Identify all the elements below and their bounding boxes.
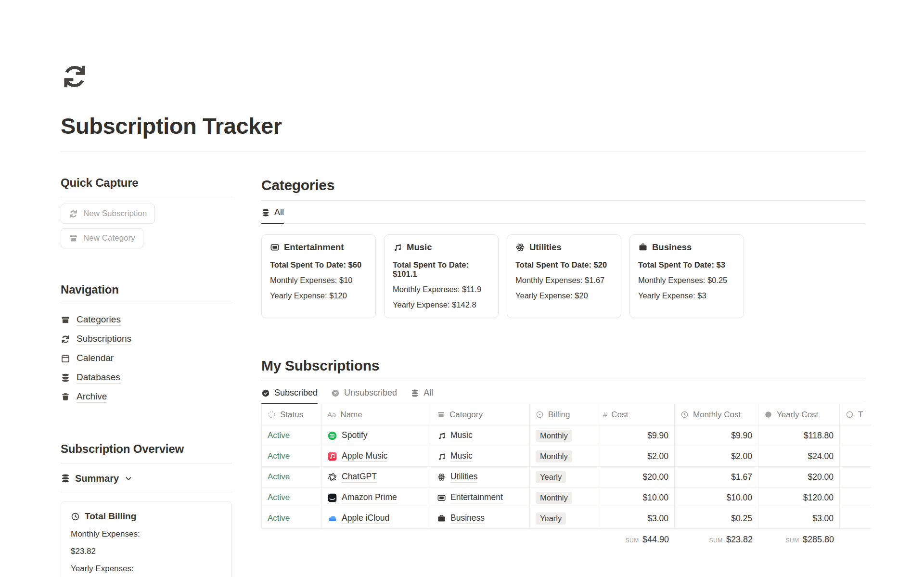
column-label: Billing [548,410,570,420]
category-card-business[interactable]: Business Total Spent To Date: $3 Monthly… [629,234,744,318]
category-card-entertainment[interactable]: Entertainment Total Spent To Date: $60 M… [261,234,376,318]
cost-cell[interactable]: $3.00 [597,508,675,529]
column-label: Monthly Cost [693,410,741,420]
section-divider [61,463,232,463]
column-header-category[interactable]: Category [431,404,530,425]
refresh-icon[interactable] [61,63,89,90]
subscription-page-link[interactable]: Amazon Prime [342,492,397,503]
yearly-expense-stat: Yearly Expense: $3 [638,291,735,300]
subscription-page-link[interactable]: ChatGPT [342,472,377,483]
column-header-truncated[interactable]: T [840,404,872,425]
status-cell[interactable]: Active [261,467,321,487]
cost-cell[interactable]: $10.00 [597,487,675,508]
category-relation-link[interactable]: Business [450,513,485,524]
cost-cell[interactable]: $20.00 [597,467,675,487]
column-header-status[interactable]: Status [261,404,321,425]
name-cell[interactable]: Apple iCloud [321,508,431,529]
status-cell[interactable]: Active [261,425,321,446]
tab-subscribed[interactable]: Subscribed [261,381,318,404]
billing-cell[interactable]: Monthly [530,487,597,508]
category-cell[interactable]: Entertainment [431,487,530,508]
truncated-cell[interactable] [840,446,872,467]
name-cell[interactable]: Spotify [321,425,431,446]
monthly-cost-cell[interactable]: $9.90 [675,425,758,446]
column-header-name[interactable]: Aa Name [321,404,431,425]
status-cell[interactable]: Active [261,508,321,529]
new-category-button[interactable]: New Category [61,228,143,248]
truncated-cell[interactable] [840,425,872,446]
subscription-page-link[interactable]: Apple iCloud [342,513,389,524]
sidebar-item-calendar[interactable]: Calendar [61,349,232,368]
yearly-cost-cell[interactable]: $120.00 [758,487,840,508]
category-relation-link[interactable]: Music [450,451,473,462]
monthly-cost-cell[interactable]: $1.67 [675,467,758,487]
nav-link-label[interactable]: Calendar [77,353,114,364]
nav-link-label[interactable]: Archive [77,391,107,403]
column-header-yearly-cost[interactable]: Yearly Cost [758,404,840,425]
status-badge: Active [268,513,290,523]
category-cards: Entertainment Total Spent To Date: $60 M… [261,234,872,318]
navigation-heading: Navigation [61,283,232,296]
category-cell[interactable]: Utilities [431,467,530,487]
sidebar-item-databases[interactable]: Databases [61,368,232,387]
cost-sum[interactable]: SUM $44.90 [597,529,675,549]
sidebar-item-subscriptions[interactable]: Subscriptions [61,330,232,349]
category-card-title: Music [407,242,432,253]
nav-link-label[interactable]: Subscriptions [77,333,131,345]
billing-cell[interactable]: Monthly [530,425,597,446]
column-header-monthly-cost[interactable]: Monthly Cost [675,404,758,425]
summary-view-toggle[interactable]: Summary [61,472,232,485]
yearly-cost-sum[interactable]: SUM $285.80 [758,529,840,549]
total-spent-stat: Total Spent To Date: $20 [515,260,613,269]
column-header-billing[interactable]: Billing [530,404,597,425]
yearly-cost-cell[interactable]: $3.00 [758,508,840,529]
truncated-cell[interactable] [840,508,872,529]
monthly-cost-cell[interactable]: $2.00 [675,446,758,467]
subscription-page-link[interactable]: Spotify [342,430,368,441]
column-header-cost[interactable]: # Cost [597,404,675,425]
name-cell[interactable]: Apple Music [321,446,431,467]
tab-all-categories[interactable]: All [261,201,284,223]
category-card-music[interactable]: Music Total Spent To Date: $101.1 Monthl… [384,234,499,318]
subscription-page-link[interactable]: Apple Music [342,451,387,462]
name-cell[interactable]: ChatGPT [321,467,431,487]
billing-cell[interactable]: Yearly [530,508,597,529]
cost-cell[interactable]: $9.90 [597,425,675,446]
category-cell[interactable]: Music [431,446,530,467]
monthly-cost-sum[interactable]: SUM $23.82 [675,529,758,549]
nav-link-label[interactable]: Categories [77,314,121,326]
billing-cell[interactable]: Yearly [530,467,597,487]
sidebar-item-archive[interactable]: Archive [61,387,232,407]
name-cell[interactable]: Amazon Prime [321,487,431,508]
billing-tag: Monthly [536,430,572,442]
billing-cell[interactable]: Monthly [530,446,597,467]
status-cell[interactable]: Active [261,487,321,508]
select-icon [536,410,544,419]
tab-unsubscribed[interactable]: Unsubscribed [331,381,397,404]
yearly-cost-cell[interactable]: $24.00 [758,446,840,467]
status-cell[interactable]: Active [261,446,321,467]
truncated-cell[interactable] [840,487,872,508]
category-relation-link[interactable]: Entertainment [450,492,503,503]
category-cell[interactable]: Music [431,425,530,446]
category-cell[interactable]: Business [431,508,530,529]
database-icon [61,474,70,483]
total-billing-card[interactable]: Total Billing Monthly Expenses: $23.82 Y… [61,501,232,577]
nav-link-label[interactable]: Databases [77,372,120,384]
cost-cell[interactable]: $2.00 [597,446,675,467]
monthly-cost-cell[interactable]: $0.25 [675,508,758,529]
category-relation-link[interactable]: Music [450,430,473,441]
yearly-cost-cell[interactable]: $118.80 [758,425,840,446]
truncated-cell[interactable] [840,467,872,487]
new-subscription-button[interactable]: New Subscription [61,204,155,224]
subscription-tracker-page: Subscription Tracker Quick Capture New S… [0,0,924,577]
tab-all-subscriptions[interactable]: All [411,381,433,404]
category-relation-link[interactable]: Utilities [450,472,477,483]
table-header-row: Status Aa Name Category Billing [261,404,872,425]
category-card-utilities[interactable]: Utilities Total Spent To Date: $20 Month… [507,234,621,318]
yearly-cost-cell[interactable]: $20.00 [758,467,840,487]
billing-tag: Monthly [536,492,572,504]
monthly-cost-cell[interactable]: $10.00 [675,487,758,508]
navigation-list: Categories Subscriptions Calendar Databa… [61,310,232,407]
sidebar-item-categories[interactable]: Categories [61,310,232,330]
